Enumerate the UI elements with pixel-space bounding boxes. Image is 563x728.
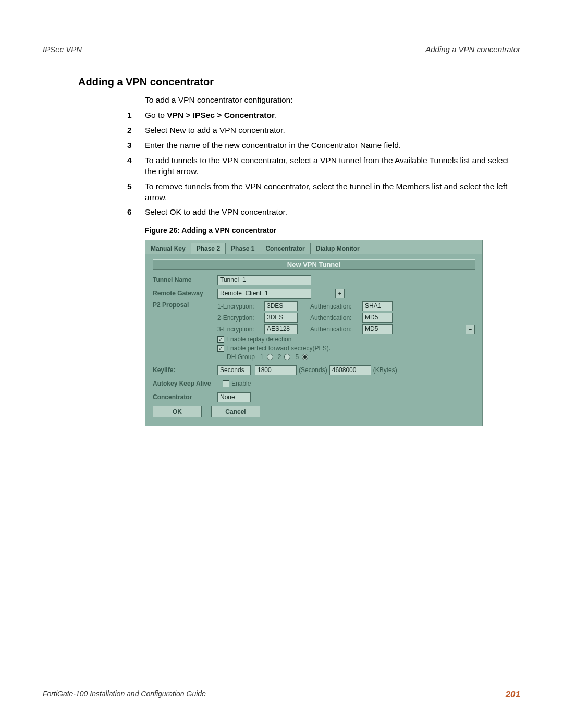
step-2: 2 Select New to add a VPN concentrator. <box>127 125 520 136</box>
concentrator-label: Concentrator <box>153 393 217 401</box>
pfs-checkbox[interactable]: ✓ <box>217 345 224 352</box>
ok-button[interactable]: OK <box>153 406 202 417</box>
keylife-unit-select[interactable]: Seconds <box>217 365 251 375</box>
page-header: IPSec VPN Adding a VPN concentrator <box>43 45 520 56</box>
keylife-seconds-input[interactable]: 1800 <box>255 365 297 375</box>
enc3-label: 3-Encryption: <box>217 326 264 333</box>
dh-radio-5[interactable] <box>302 354 308 360</box>
screenshot-panel: Manual Key Phase 2 Phase 1 Concentrator … <box>145 240 483 426</box>
step-body: Go to VPN > IPSec > Concentrator. <box>145 110 520 121</box>
keylife-label: Keylife: <box>153 366 217 374</box>
header-right: Adding a VPN concentrator <box>425 45 520 54</box>
section-title: Adding a VPN concentrator <box>78 76 520 88</box>
keylife-seconds-suffix: (Seconds) <box>299 366 327 374</box>
dh-radio-1[interactable] <box>267 354 273 360</box>
replay-checkbox[interactable]: ✓ <box>217 336 224 343</box>
keylife-kbytes-suffix: (KBytes) <box>373 366 397 374</box>
step-body: Select New to add a VPN concentrator. <box>145 125 520 136</box>
tab-concentrator[interactable]: Concentrator <box>260 243 310 254</box>
remove-proposal-button[interactable]: − <box>466 325 475 334</box>
auth2-label: Authentication: <box>310 314 362 322</box>
auth3-select[interactable]: MD5 <box>362 324 393 334</box>
add-gateway-button[interactable]: + <box>335 289 345 298</box>
panel-title: New VPN Tunnel <box>153 259 475 270</box>
step-3: 3 Enter the name of the new concentrator… <box>127 140 520 151</box>
header-left: IPSec VPN <box>43 45 82 54</box>
step-number: 4 <box>127 155 145 177</box>
enc2-label: 2-Encryption: <box>217 314 264 322</box>
step-body: Enter the name of the new concentrator i… <box>145 140 520 151</box>
step-body: Select OK to add the VPN concentrator. <box>145 207 520 218</box>
tab-bar: Manual Key Phase 2 Phase 1 Concentrator … <box>145 240 482 254</box>
step-number: 1 <box>127 110 145 121</box>
p2-row-1: 1-Encryption: 3DES Authentication: SHA1 <box>217 301 475 311</box>
auth2-select[interactable]: MD5 <box>362 313 393 323</box>
replay-label: Enable replay detection <box>226 336 291 343</box>
tab-dialup-monitor[interactable]: Dialup Monitor <box>311 243 365 254</box>
autokey-enable-text: Enable <box>231 380 251 387</box>
cancel-button[interactable]: Cancel <box>211 406 260 417</box>
tab-phase-1[interactable]: Phase 1 <box>226 243 260 254</box>
remote-gateway-select[interactable]: Remote_Client_1 <box>217 289 311 299</box>
tunnel-name-input[interactable]: Tunnel_1 <box>217 275 311 285</box>
step-number: 5 <box>127 181 145 203</box>
page-number: 201 <box>506 689 520 700</box>
dh-group-label: DH Group <box>227 353 255 361</box>
enc1-select[interactable]: 3DES <box>264 301 298 311</box>
remote-gateway-label: Remote Gateway <box>153 290 217 297</box>
auth1-label: Authentication: <box>310 303 362 310</box>
steps-list: 1 Go to VPN > IPSec > Concentrator. 2 Se… <box>127 110 520 218</box>
p2-row-3: 3-Encryption: AES128 Authentication: MD5… <box>217 324 475 334</box>
dh-option-2: 2 <box>278 353 282 361</box>
enc1-label: 1-Encryption: <box>217 303 264 310</box>
step-4: 4 To add tunnels to the VPN concentrator… <box>127 155 520 177</box>
tab-phase-2[interactable]: Phase 2 <box>191 243 226 254</box>
p2-proposal-label: P2 Proposal <box>153 301 217 309</box>
autokey-label: Autokey Keep Alive <box>153 380 223 387</box>
auth1-select[interactable]: SHA1 <box>362 301 393 311</box>
step-body: To add tunnels to the VPN concentrator, … <box>145 155 520 177</box>
pfs-label: Enable perfect forward secrecy(PFS). <box>226 344 331 352</box>
step-body: To remove tunnels from the VPN concentra… <box>145 181 520 203</box>
step-number: 2 <box>127 125 145 136</box>
intro-text: To add a VPN concentrator configuration: <box>145 95 520 105</box>
figure-caption: Figure 26: Adding a VPN concentrator <box>145 226 520 235</box>
step-number: 6 <box>127 207 145 218</box>
step-number: 3 <box>127 140 145 151</box>
step-1: 1 Go to VPN > IPSec > Concentrator. <box>127 110 520 121</box>
tunnel-name-label: Tunnel Name <box>153 276 217 283</box>
keylife-kbytes-input[interactable]: 4608000 <box>329 365 371 375</box>
footer-title: FortiGate-100 Installation and Configura… <box>43 689 206 700</box>
autokey-checkbox[interactable] <box>223 380 229 387</box>
page-footer: FortiGate-100 Installation and Configura… <box>43 686 520 700</box>
tab-manual-key[interactable]: Manual Key <box>145 243 191 254</box>
p2-row-2: 2-Encryption: 3DES Authentication: MD5 <box>217 313 475 323</box>
step-5: 5 To remove tunnels from the VPN concent… <box>127 181 520 203</box>
enc3-select[interactable]: AES128 <box>264 324 298 334</box>
dh-option-1: 1 <box>260 353 264 361</box>
dh-option-5: 5 <box>295 353 299 361</box>
enc2-select[interactable]: 3DES <box>264 313 298 323</box>
auth3-label: Authentication: <box>310 326 362 333</box>
concentrator-select[interactable]: None <box>217 392 251 402</box>
step-6: 6 Select OK to add the VPN concentrator. <box>127 207 520 218</box>
dh-radio-2[interactable] <box>284 354 290 360</box>
